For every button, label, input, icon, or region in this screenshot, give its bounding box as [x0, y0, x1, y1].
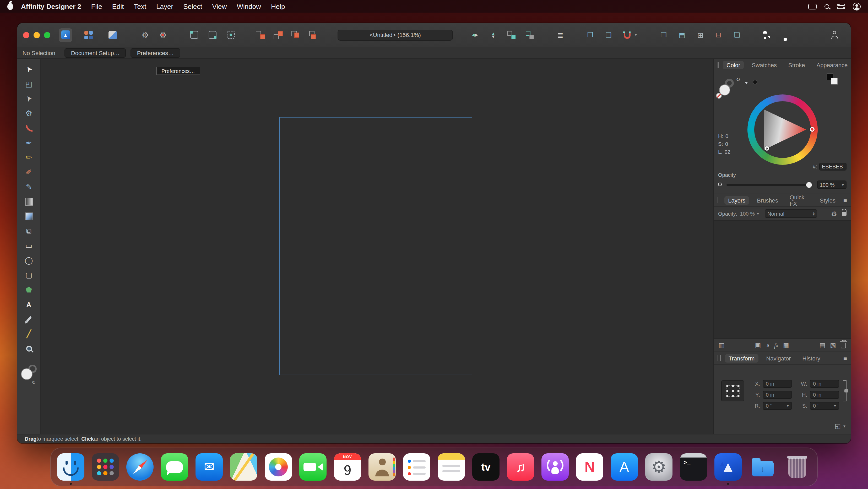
hue-marker[interactable]: [810, 127, 814, 132]
zoom-button[interactable]: [44, 32, 50, 38]
paint-brush-tool[interactable]: ✎: [22, 180, 36, 194]
w-input[interactable]: 0 in: [810, 380, 839, 388]
menu-text[interactable]: Text: [134, 2, 146, 10]
y-input[interactable]: 0 in: [763, 391, 792, 399]
grid-toggle-button[interactable]: [187, 28, 201, 42]
apple-tv-dock-icon[interactable]: tv: [472, 453, 499, 481]
menu-file[interactable]: File: [91, 2, 102, 10]
tab-quick-fx[interactable]: Quick FX: [786, 193, 812, 207]
calendar-dock-icon[interactable]: NOV9: [334, 453, 361, 481]
replace-selection-button[interactable]: [307, 28, 321, 42]
menu-view[interactable]: View: [212, 2, 227, 10]
messages-dock-icon[interactable]: [161, 453, 188, 481]
podcasts-dock-icon[interactable]: [541, 453, 569, 481]
live-filter-icon[interactable]: ▦: [783, 342, 789, 349]
snapping-magnet-button[interactable]: [620, 28, 634, 42]
vector-brush-tool[interactable]: ✐: [22, 165, 36, 179]
app-menu-title[interactable]: Affinity Designer 2: [21, 2, 81, 10]
tab-stroke[interactable]: Stroke: [785, 61, 809, 69]
pen-tool[interactable]: ✒: [22, 136, 36, 149]
show-guides-button[interactable]: ⊟: [712, 28, 725, 42]
panel-drag-handle[interactable]: [718, 62, 719, 68]
pixel-persona-button[interactable]: [82, 28, 95, 42]
duplicate-view-button[interactable]: ❐: [657, 28, 671, 42]
canvas[interactable]: Preferences…: [41, 59, 713, 434]
launchpad-dock-icon[interactable]: [92, 453, 119, 481]
user-avatar-icon[interactable]: [853, 2, 861, 10]
panel-menu-icon[interactable]: ≡: [843, 197, 847, 204]
contacts-dock-icon[interactable]: [369, 453, 396, 481]
panel-drag-handle[interactable]: [718, 355, 721, 361]
affinity-designer-dock-icon[interactable]: ▲▲: [714, 453, 742, 481]
terminal-dock-icon[interactable]: >_: [680, 453, 707, 481]
minimize-button[interactable]: [34, 32, 40, 38]
transform-mode-button[interactable]: ❐: [583, 28, 597, 42]
transform-origin-control[interactable]: ◱▾: [835, 422, 845, 430]
document-setup-context-button[interactable]: Document Setup…: [65, 48, 126, 57]
add-layer-icon[interactable]: ▧: [830, 342, 836, 349]
point-transform-tool[interactable]: ⚙: [22, 107, 36, 120]
ellipse-tool[interactable]: ◯: [22, 253, 36, 267]
fill-stroke-selector[interactable]: ↻: [21, 365, 37, 383]
snapping-options-button[interactable]: [224, 28, 238, 42]
reminders-dock-icon[interactable]: [403, 453, 430, 481]
delete-layer-trash-icon[interactable]: [841, 342, 846, 348]
panel-drag-handle[interactable]: [718, 197, 720, 203]
safari-dock-icon[interactable]: [126, 453, 154, 481]
opacity-slider-thumb[interactable]: [806, 182, 812, 188]
crop-tool[interactable]: ⧉: [22, 224, 36, 238]
designer-persona-button[interactable]: ▲: [59, 28, 72, 42]
node-tool[interactable]: ➤: [22, 92, 36, 106]
layers-list[interactable]: [714, 220, 851, 339]
s-input[interactable]: 0 °▾: [810, 402, 839, 410]
tab-transform[interactable]: Transform: [725, 354, 758, 362]
tab-navigator[interactable]: Navigator: [763, 354, 794, 362]
rectangle-tool[interactable]: ▭: [22, 239, 36, 252]
lock-icon[interactable]: [842, 212, 846, 215]
x-input[interactable]: 0 in: [763, 380, 792, 388]
finder-dock-icon[interactable]: [57, 453, 84, 481]
tab-brushes[interactable]: Brushes: [753, 196, 782, 204]
photos-dock-icon[interactable]: [265, 453, 292, 481]
tab-appearance[interactable]: Appearance: [813, 61, 851, 69]
layers-opacity-value[interactable]: 100 %▾: [740, 211, 759, 217]
snapping-toggle-button[interactable]: [206, 28, 219, 42]
opacity-value-box[interactable]: 100 %▾: [817, 180, 846, 189]
insert-on-top-button[interactable]: [272, 28, 285, 42]
split-view-button[interactable]: ⬒: [675, 28, 689, 42]
alignment-button[interactable]: ≣: [554, 28, 567, 42]
show-grid-button[interactable]: ⊞: [693, 28, 707, 42]
export-persona-button[interactable]: [106, 28, 120, 42]
color-picker-tool[interactable]: [22, 312, 36, 326]
adjustment-layer-icon[interactable]: ◑: [766, 342, 770, 349]
document-setup-button[interactable]: ⚙: [138, 28, 152, 42]
cycle-selection-button[interactable]: ❑: [602, 28, 615, 42]
hex-input[interactable]: [819, 163, 846, 171]
add-pixel-layer-icon[interactable]: ▤: [819, 342, 826, 349]
menu-layer[interactable]: Layer: [156, 2, 173, 10]
no-color-icon[interactable]: [716, 93, 722, 98]
flip-horizontal-button[interactable]: ◂▸: [468, 28, 482, 42]
transparency-tool[interactable]: [22, 209, 36, 223]
text-tool[interactable]: A: [22, 297, 36, 311]
notes-dock-icon[interactable]: [438, 453, 465, 481]
opacity-slider-track[interactable]: [726, 184, 811, 186]
trash-dock-icon[interactable]: [784, 453, 811, 481]
account-button[interactable]: [828, 28, 842, 42]
music-dock-icon[interactable]: ♫: [507, 453, 534, 481]
link-dimensions-icon[interactable]: [843, 380, 846, 401]
chevron-down-icon[interactable]: ▾: [635, 32, 637, 37]
swap-fill-stroke-icon[interactable]: ↻: [736, 77, 740, 82]
tab-layers[interactable]: Layers: [724, 196, 749, 204]
app-store-dock-icon[interactable]: A: [611, 453, 638, 481]
insert-behind-button[interactable]: [254, 28, 267, 42]
flip-vertical-button[interactable]: ▴▾: [487, 28, 500, 42]
search-icon[interactable]: [825, 4, 829, 9]
fill-swatch[interactable]: [21, 368, 32, 380]
artboard-tool[interactable]: ◰: [22, 77, 36, 91]
layer-settings-gear-icon[interactable]: ⚙: [831, 210, 837, 218]
shape-tool[interactable]: ⬟: [22, 283, 36, 296]
white-swatch[interactable]: [831, 78, 838, 84]
color-wheel[interactable]: [747, 94, 818, 165]
blend-mode-select[interactable]: Normal▴▾: [765, 209, 817, 218]
